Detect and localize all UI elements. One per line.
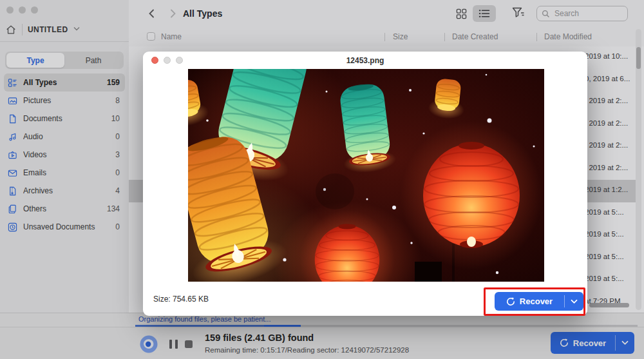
annotation-highlight-box [484,287,585,316]
modal-title: 12453.png [346,56,384,65]
modal-minimize-button[interactable] [164,57,171,64]
preview-modal: 12453.png [143,52,587,316]
file-size-label: Size: 754.65 KB [153,295,209,304]
modal-close-button[interactable] [151,57,158,64]
preview-image-lanterns [188,69,544,282]
modal-zoom-button[interactable] [176,57,183,64]
modal-titlebar: 12453.png [143,52,587,69]
app-window: UNTITLED Type Path All Types 159 Picture… [0,0,644,359]
